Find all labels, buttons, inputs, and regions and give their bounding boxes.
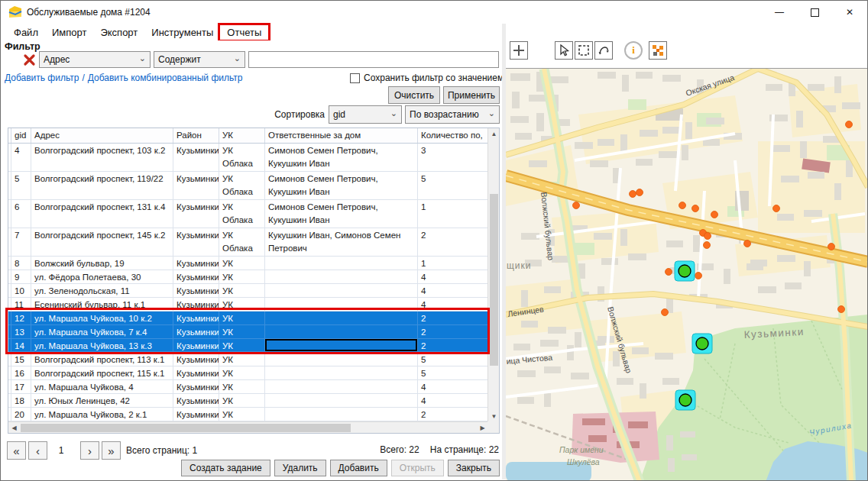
cell-responsible[interactable] <box>265 380 418 394</box>
cell-district[interactable]: Кузьминки <box>173 228 219 257</box>
cell-count[interactable]: 4 <box>418 284 487 298</box>
cell-uk[interactable]: УК Облака <box>219 325 265 339</box>
menu-item-file[interactable]: Файл <box>7 25 45 40</box>
vertical-scroll-thumb[interactable] <box>490 194 498 366</box>
select-cursor-tool[interactable] <box>555 41 573 60</box>
cell-count[interactable]: 5 <box>418 353 487 366</box>
cell-address[interactable]: ул. Юных Ленинцев, 42 <box>31 394 173 408</box>
cell-address[interactable]: ул. Маршала Чуйкова, 7 к.4 <box>31 325 173 339</box>
cell-responsible[interactable]: Кукушкин Иван, Симонов Семен Петрович <box>265 228 418 257</box>
map-panel[interactable]: Окская улицаВолжский бульварВолжский бул… <box>506 68 868 481</box>
cell-responsible[interactable]: Симонов Семен Петрович, Кукушкин Иван <box>265 144 418 172</box>
cell-district[interactable]: Кузьминки <box>173 298 219 312</box>
cell-gid[interactable]: 5 <box>11 172 31 200</box>
cell-address[interactable]: Волгоградский проспект, 119/22 <box>31 172 173 200</box>
cell-count[interactable]: 4 <box>418 380 487 394</box>
cell-uk[interactable]: УК Облака <box>219 312 265 325</box>
map-marker[interactable] <box>828 244 835 250</box>
map-marker[interactable] <box>573 202 580 209</box>
scroll-up-icon[interactable]: ▲ <box>488 128 500 140</box>
cell-address[interactable]: Волгоградский проспект, 103 к.2 <box>31 144 173 172</box>
cell-district[interactable]: Кузьминки <box>173 366 219 380</box>
map-marker[interactable] <box>636 189 643 196</box>
cell-uk[interactable]: УК Облака <box>219 353 265 366</box>
cell-responsible[interactable] <box>265 366 418 380</box>
map-marker-selected[interactable] <box>675 390 695 410</box>
table-row[interactable]: 20ул. Маршала Чуйкова, 2 к.1КузьминкиУК … <box>8 408 488 421</box>
menu-item-import[interactable]: Импорт <box>45 25 93 40</box>
cell-responsible[interactable] <box>265 353 418 366</box>
cell-responsible[interactable] <box>265 284 418 298</box>
show-all-markers-tool[interactable] <box>649 41 667 60</box>
table-row[interactable]: 6Волгоградский проспект, 131 к.4Кузьминк… <box>8 200 488 228</box>
cell-uk[interactable]: УК Облака <box>219 200 265 228</box>
cell-uk[interactable]: УК Облака <box>219 298 265 312</box>
header-responsible[interactable]: Ответственные за дом <box>265 128 418 143</box>
page-number[interactable]: 1 <box>48 441 74 460</box>
cell-uk[interactable]: УК Облака <box>219 366 265 380</box>
map-marker[interactable] <box>666 269 672 276</box>
cell-district[interactable]: Кузьминки <box>173 172 219 200</box>
cell-address[interactable]: Волжский бульвар, 19 <box>31 257 173 270</box>
cell-responsible[interactable] <box>265 339 418 352</box>
select-lasso-tool[interactable] <box>594 41 613 60</box>
prev-page-button[interactable]: ‹ <box>28 441 47 460</box>
cell-gid[interactable]: 9 <box>11 270 31 284</box>
map-marker[interactable] <box>704 233 711 240</box>
header-uk[interactable]: УК <box>219 128 265 143</box>
menu-item-reports[interactable]: Отчеты <box>220 25 268 40</box>
header-count[interactable]: Количество по, <box>418 128 487 143</box>
map-marker[interactable] <box>711 211 718 218</box>
map-marker[interactable] <box>846 121 853 128</box>
cell-count[interactable]: 5 <box>418 366 487 380</box>
clear-button[interactable]: Очистить <box>388 86 440 104</box>
table-row[interactable]: 12ул. Маршала Чуйкова, 10 к.2КузьминкиУК… <box>8 312 488 325</box>
table-row[interactable]: 4Волгоградский проспект, 103 к.2Кузьминк… <box>8 144 488 172</box>
cell-address[interactable]: Волгоградский проспект, 145 к.2 <box>31 228 173 257</box>
first-page-button[interactable]: « <box>7 441 26 460</box>
filter-field-select[interactable]: Адрес⌄ <box>39 51 151 68</box>
table-row[interactable]: 13ул. Маршала Чуйкова, 7 к.4КузьминкиУК … <box>8 325 488 339</box>
close-button[interactable]: ✕ <box>832 1 867 24</box>
cell-uk[interactable]: УК Облака <box>219 284 265 298</box>
add-point-tool[interactable] <box>510 41 528 60</box>
cell-count[interactable]: 2 <box>418 312 487 325</box>
cell-address[interactable]: Есенинский бульвар, 11 к.1 <box>31 298 173 312</box>
cell-uk[interactable]: УК Облака <box>219 172 265 200</box>
cell-address[interactable]: ул. Зеленодольская, 11 <box>31 284 173 298</box>
cell-responsible[interactable]: Симонов Семен Петрович, Кукушкин Иван <box>265 172 418 200</box>
map-marker[interactable] <box>662 309 669 316</box>
cell-district[interactable]: Кузьминки <box>173 353 219 366</box>
map-marker[interactable] <box>704 242 711 249</box>
cell-count[interactable]: 4 <box>418 394 487 408</box>
cell-count[interactable]: 5 <box>418 172 487 200</box>
scroll-right-icon[interactable]: ▶ <box>477 422 488 434</box>
table-row[interactable]: 14ул. Маршала Чуйкова, 13 к.3КузьминкиУК… <box>8 339 488 353</box>
cell-address[interactable]: Волгоградский проспект, 115 к.1 <box>31 366 173 380</box>
cell-responsible[interactable] <box>265 270 418 284</box>
filter-operator-select[interactable]: Содержит⌄ <box>154 51 245 68</box>
cell-district[interactable]: Кузьминки <box>173 339 219 352</box>
cell-responsible[interactable] <box>265 394 418 408</box>
sort-order-select[interactable]: По возрастанию⌄ <box>405 105 500 124</box>
cell-gid[interactable]: 7 <box>11 228 31 257</box>
cell-district[interactable]: Кузьминки <box>173 144 219 172</box>
cell-gid[interactable]: 20 <box>11 408 31 421</box>
add-button[interactable]: Добавить <box>330 460 387 476</box>
cell-count[interactable]: 2 <box>418 408 487 421</box>
cell-responsible[interactable] <box>265 408 418 421</box>
cell-district[interactable]: Кузьминки <box>173 325 219 339</box>
cell-gid[interactable]: 12 <box>11 312 31 325</box>
cell-uk[interactable]: УК Облака <box>219 228 265 257</box>
map-marker[interactable] <box>773 205 780 212</box>
table-row[interactable]: 7Волгоградский проспект, 145 к.2Кузьминк… <box>8 228 488 257</box>
cell-address[interactable]: ул. Маршала Чуйкова, 2 к.1 <box>31 408 173 421</box>
header-address[interactable]: Адрес <box>31 128 173 143</box>
filter-value-input[interactable] <box>248 51 499 68</box>
map-marker-selected[interactable] <box>692 334 712 353</box>
cell-uk[interactable]: УК Облака <box>219 257 265 270</box>
table-row[interactable]: 10ул. Зеленодольская, 11КузьминкиУК Обла… <box>8 284 488 298</box>
cell-gid[interactable]: 17 <box>11 380 31 394</box>
select-rectangle-tool[interactable] <box>575 41 593 60</box>
remove-filter-button[interactable] <box>21 51 37 68</box>
